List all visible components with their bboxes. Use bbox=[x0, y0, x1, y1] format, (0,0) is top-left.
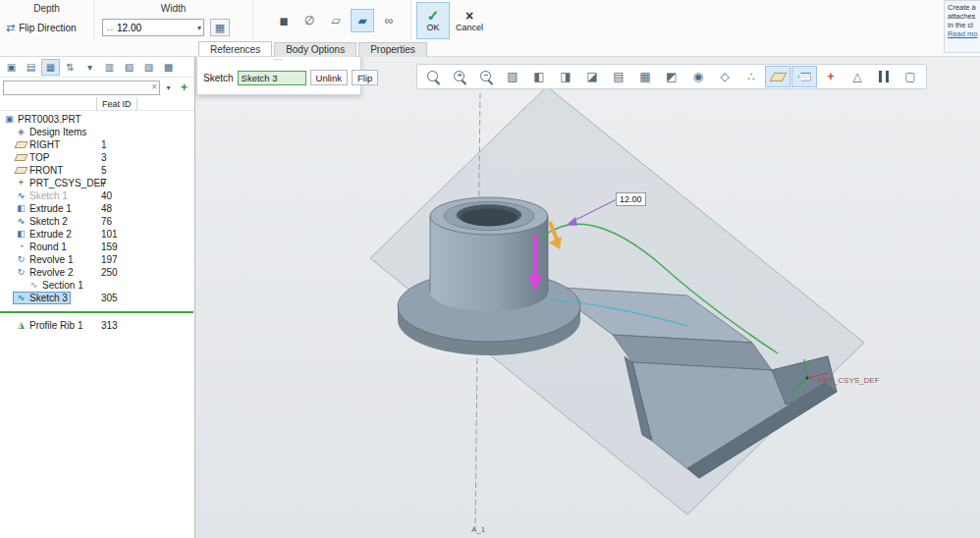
clear-search-icon[interactable]: × bbox=[151, 82, 157, 92]
feat-id-column-header[interactable]: Feat ID bbox=[96, 97, 137, 111]
pause-button[interactable]: ▮▮ bbox=[271, 9, 295, 32]
exit-fullscreen-icon[interactable]: ▢ bbox=[898, 66, 923, 87]
feature-icon bbox=[14, 141, 27, 148]
help-line: Create a bbox=[948, 3, 980, 12]
cancel-label: Cancel bbox=[456, 23, 483, 32]
tree-item[interactable]: Section 1 bbox=[0, 279, 194, 292]
tree-item[interactable]: Sketch 3 305 bbox=[0, 292, 194, 304]
tree-item[interactable]: RIGHT 1 bbox=[0, 138, 194, 151]
tree-options-icon[interactable]: ▩ bbox=[159, 59, 178, 76]
tab-body-options[interactable]: Body Options bbox=[274, 42, 356, 57]
tree-item-label: Sketch 3 bbox=[29, 293, 68, 303]
tree-sort-icon[interactable]: ▾ bbox=[81, 59, 99, 76]
annotation-display-icon[interactable] bbox=[791, 66, 817, 87]
tab-properties[interactable]: Properties bbox=[358, 42, 427, 57]
tree-item-label: Revolve 2 bbox=[29, 267, 73, 278]
display-style-icon[interactable]: ◨ bbox=[553, 66, 578, 87]
tree-filter-icon[interactable]: ⇅ bbox=[61, 59, 80, 76]
tab-references[interactable]: References bbox=[198, 41, 272, 56]
shaded-view-icon[interactable]: ◧ bbox=[526, 66, 552, 87]
cancel-button[interactable]: × Cancel bbox=[453, 2, 486, 39]
width-dropdown-icon[interactable]: ▾ bbox=[197, 24, 201, 32]
flip-direction-button[interactable]: ⇄ Flip Direction bbox=[6, 22, 77, 34]
width-field[interactable]: ↔ ▾ bbox=[102, 19, 204, 36]
width-table-button[interactable]: ▦ bbox=[210, 19, 230, 36]
graphics-viewport[interactable]: + − ▧ ◧ ◨ ◪ bbox=[195, 57, 980, 538]
tree-item[interactable]: FRONT 5 bbox=[0, 164, 194, 177]
unlink-button[interactable]: Unlink bbox=[310, 70, 348, 85]
feat-id-value: 1 bbox=[101, 139, 107, 150]
tree-item-label: Section 1 bbox=[42, 280, 83, 291]
tree-item[interactable]: Round 1 159 bbox=[0, 241, 194, 253]
tree-item[interactable]: PRT0003.PRT bbox=[0, 113, 194, 126]
tree-item[interactable]: Extrude 2 101 bbox=[0, 228, 194, 241]
tree-item[interactable]: Revolve 2 250 bbox=[0, 266, 194, 279]
layer-tree-icon[interactable]: ▥ bbox=[100, 59, 119, 76]
sketch-reference-field[interactable]: Sketch 3 bbox=[238, 71, 306, 85]
zoom-in-icon[interactable]: + bbox=[447, 66, 472, 87]
tree-item-label: FRONT bbox=[29, 165, 63, 176]
csys-label[interactable]: PRT_CSYS_DEF bbox=[818, 376, 880, 385]
tree-item-label: Sketch 1 bbox=[29, 190, 68, 201]
view-manager-icon[interactable]: ▦ bbox=[632, 66, 658, 87]
tree-columns-icon[interactable]: ▦ bbox=[41, 59, 60, 76]
standard-view-icon[interactable]: ◩ bbox=[659, 66, 684, 87]
tree-toolbar: ▣ ▤ ▦ ⇅ ▾ ▥ ▧ ▨ ▩ bbox=[0, 57, 194, 78]
tree-item[interactable]: PRT_CSYS_DEF 7 bbox=[0, 177, 194, 189]
tree-style-icon[interactable]: ▨ bbox=[139, 59, 158, 76]
depth-group: Depth ⇄ Flip Direction bbox=[0, 0, 94, 41]
tree-item[interactable]: Profile Rib 1 313 bbox=[0, 319, 194, 332]
ok-button[interactable]: ✓ OK bbox=[416, 2, 450, 39]
add-filter-icon[interactable]: + bbox=[177, 81, 191, 95]
preview-unattached-button[interactable]: ▱ bbox=[324, 9, 348, 32]
preview-unattached-icon: ▱ bbox=[331, 14, 340, 27]
tree-item-label: Extrude 2 bbox=[29, 229, 72, 240]
tree-item[interactable]: Design Items bbox=[0, 126, 194, 138]
sketch-setup-icon[interactable]: △ bbox=[844, 66, 870, 87]
tree-search-row: × ▾ + bbox=[0, 78, 194, 97]
repaint-icon[interactable]: ▧ bbox=[500, 66, 525, 87]
tree-item-label: PRT_CSYS_DEF bbox=[29, 178, 106, 188]
tree-item-label: Design Items bbox=[29, 127, 86, 137]
tree-item-label: Sketch 2 bbox=[29, 216, 68, 227]
depth-group-label: Depth bbox=[33, 3, 60, 14]
read-more-link[interactable]: Read mo bbox=[948, 29, 980, 38]
preview-attached-button[interactable]: ▰ bbox=[351, 9, 374, 32]
check-icon: ✓ bbox=[427, 9, 440, 23]
model-tree-icon[interactable]: ▣ bbox=[2, 59, 21, 76]
width-input[interactable] bbox=[117, 23, 174, 33]
zoom-out-icon[interactable]: − bbox=[473, 66, 499, 87]
folder-browser-icon[interactable]: ▤ bbox=[22, 59, 40, 76]
appearances-icon[interactable]: ◉ bbox=[685, 66, 711, 87]
no-preview-button[interactable]: ∅ bbox=[298, 9, 321, 32]
pause-icon[interactable] bbox=[871, 66, 897, 87]
datum-point-display-icon[interactable]: ∴ bbox=[738, 66, 764, 87]
tree-search-box[interactable]: × bbox=[3, 81, 160, 95]
section-view-icon[interactable]: ◪ bbox=[579, 66, 605, 87]
flip-button[interactable]: Flip bbox=[352, 70, 378, 85]
dimension-value[interactable]: 12.00 bbox=[616, 192, 646, 206]
tree-item[interactable]: TOP 3 bbox=[0, 151, 194, 164]
model-canvas[interactable] bbox=[195, 57, 980, 538]
tree-item[interactable]: Revolve 1 197 bbox=[0, 253, 194, 266]
tree-item[interactable]: Sketch 2 76 bbox=[0, 215, 194, 228]
ribbon: Depth ⇄ Flip Direction Width ↔ ▾ ▦ ▮▮ ∅ … bbox=[0, 0, 980, 57]
search-options-icon[interactable]: ▾ bbox=[162, 81, 175, 95]
axis-label[interactable]: A_1 bbox=[471, 525, 485, 534]
tree-item[interactable]: Extrude 1 48 bbox=[0, 202, 194, 215]
help-popup: Create a attaches in the cl Read mo bbox=[944, 0, 980, 53]
spin-center-icon[interactable]: + bbox=[818, 66, 844, 87]
named-views-icon[interactable]: ▤ bbox=[606, 66, 631, 87]
help-line: attaches bbox=[948, 12, 980, 21]
expand-all-icon[interactable]: ▧ bbox=[120, 59, 138, 76]
refit-icon[interactable] bbox=[420, 66, 446, 87]
verify-button[interactable]: ∞ bbox=[377, 9, 401, 32]
feature-icon bbox=[16, 293, 27, 303]
perspective-icon[interactable]: ◇ bbox=[712, 66, 737, 87]
datum-plane-display-icon[interactable] bbox=[765, 66, 790, 87]
width-table-icon: ▦ bbox=[215, 22, 225, 33]
ok-label: OK bbox=[426, 23, 439, 32]
help-line: in the cl bbox=[948, 21, 980, 29]
tree-search-input[interactable] bbox=[6, 82, 151, 92]
tree-item[interactable]: Sketch 1 40 bbox=[0, 189, 194, 202]
